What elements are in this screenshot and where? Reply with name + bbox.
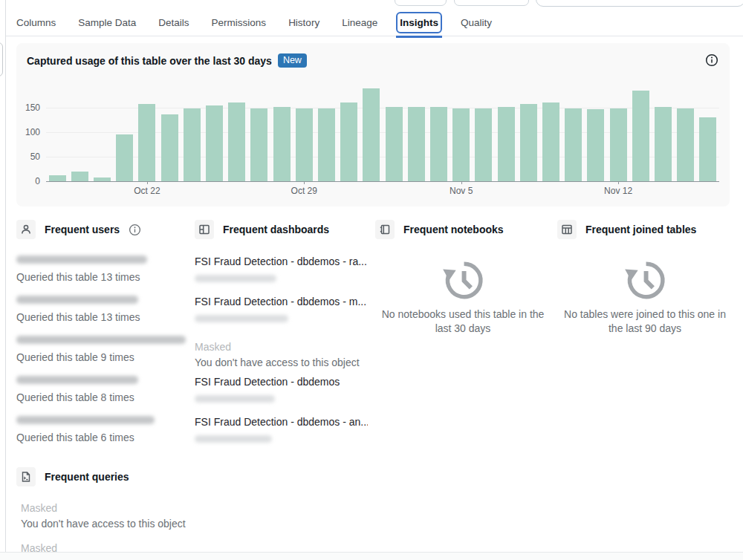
dashboard-icon: [195, 220, 214, 239]
usage-bar: [296, 108, 313, 181]
usage-bar: [408, 107, 425, 181]
user-query-count: Queried this table 13 times: [16, 271, 186, 283]
history-icon: [440, 257, 486, 303]
frequent-notebooks-title: Frequent notebooks: [403, 224, 504, 235]
tab-lineage[interactable]: Lineage: [340, 14, 379, 31]
masked-dashboard-subtitle: [195, 275, 276, 282]
dashboard-row: FSI Fraud Detection - dbdemos - m...: [195, 296, 368, 322]
frequent-notebooks-header: Frequent notebooks: [375, 220, 504, 239]
y-axis-tick-label: 0: [16, 176, 40, 186]
dashboard-row-masked: Masked You don't have access to this obj…: [195, 336, 368, 368]
usage-bar: [184, 108, 201, 181]
x-axis-tick-label: Oct 29: [291, 186, 317, 196]
dashboard-link[interactable]: FSI Fraud Detection - dbdemos - an...: [195, 416, 368, 428]
dashboard-link[interactable]: FSI Fraud Detection - dbdemos - m...: [195, 296, 368, 307]
masked-dashboard-subtitle: [195, 395, 275, 403]
insights-page: Columns Sample Data Details Permissions …: [0, 0, 743, 560]
frequent-dashboards-title: Frequent dashboards: [223, 224, 329, 235]
masked-label: Masked: [21, 502, 186, 514]
usage-bar: [430, 107, 447, 181]
masked-user-name: [16, 336, 186, 344]
masked-message: You don't have access to this object: [195, 356, 368, 368]
usage-bar: [161, 114, 178, 181]
info-icon[interactable]: [705, 53, 718, 67]
x-axis-tick-label: Nov 5: [450, 186, 473, 196]
frequent-user-row[interactable]: Queried this table 13 times: [16, 255, 186, 283]
dashboard-row: FSI Fraud Detection - dbdemos - an...: [195, 416, 368, 443]
usage-bar: [632, 91, 649, 181]
x-axis-tick: [147, 181, 148, 184]
frequent-user-row[interactable]: Queried this table 13 times: [16, 296, 186, 323]
tab-quality[interactable]: Quality: [459, 14, 493, 31]
query-row-masked: Masked You don't have access to this obj…: [21, 502, 186, 530]
usage-bar: [116, 134, 133, 181]
usage-bar: [71, 172, 88, 181]
notebooks-empty-message: No notebooks used this table in the last…: [374, 307, 552, 336]
usage-bar: [610, 108, 627, 181]
dashboard-link[interactable]: FSI Fraud Detection - dbdemos: [195, 376, 368, 388]
usage-bar: [273, 107, 291, 181]
masked-label: Masked: [195, 341, 368, 353]
usage-bar: [340, 102, 357, 181]
joined-tables-empty-message: No tables were joined to this one in the…: [556, 307, 734, 336]
users-info-icon[interactable]: [129, 224, 141, 236]
left-panel-partial-control[interactable]: [0, 42, 3, 76]
usage-bar: [49, 175, 66, 181]
x-axis-tick: [461, 181, 462, 184]
x-axis-tick-label: Nov 12: [604, 186, 632, 196]
usage-card: Captured usage of this table over the la…: [16, 43, 730, 206]
masked-user-name: [16, 255, 147, 264]
y-axis-tick-label: 100: [16, 127, 40, 137]
tab-columns[interactable]: Columns: [15, 14, 57, 31]
masked-message: You don't have access to this object: [21, 518, 186, 530]
tab-permissions[interactable]: Permissions: [210, 14, 268, 31]
usage-bar: [206, 105, 223, 181]
frequent-user-row[interactable]: Queried this table 6 times: [16, 416, 186, 443]
tab-insights[interactable]: Insights: [398, 14, 440, 31]
masked-user-name: [16, 296, 138, 304]
usage-bar: [363, 88, 380, 181]
x-axis-tick: [618, 181, 619, 184]
user-query-count: Queried this table 13 times: [16, 311, 186, 323]
usage-bar: [542, 102, 559, 181]
tab-details[interactable]: Details: [157, 14, 190, 31]
user-icon: [16, 220, 36, 239]
frequent-queries-header: Frequent queries: [16, 467, 129, 486]
toolbar-search-partial[interactable]: [536, 0, 743, 7]
x-axis-tick: [304, 181, 305, 184]
frequent-dashboards-header: Frequent dashboards: [195, 220, 329, 239]
usage-bar: [587, 109, 604, 181]
usage-bar: [475, 108, 492, 181]
usage-bar: [498, 107, 515, 181]
usage-bar: [250, 108, 267, 181]
usage-bar: [386, 107, 403, 181]
query-file-icon: [16, 467, 36, 486]
notebook-icon: [375, 220, 395, 239]
toolbar-button-partial-1[interactable]: [395, 0, 447, 6]
toolbar-button-partial-2[interactable]: [454, 0, 529, 6]
frequent-queries-title: Frequent queries: [45, 471, 129, 483]
user-query-count: Queried this table 8 times: [16, 391, 186, 403]
frequent-joined-tables-title: Frequent joined tables: [585, 224, 696, 235]
history-icon: [622, 257, 668, 303]
frequent-user-row[interactable]: Queried this table 9 times: [16, 336, 186, 363]
new-badge: New: [278, 53, 307, 68]
usage-bar: [520, 104, 537, 181]
masked-user-name: [16, 376, 138, 384]
user-query-count: Queried this table 6 times: [16, 432, 186, 443]
frequent-users-header: Frequent users: [16, 220, 141, 239]
usage-bar-chart: 050100150Oct 22Oct 29Nov 5Nov 12: [46, 85, 719, 181]
table-detail-tabbar: Columns Sample Data Details Permissions …: [6, 9, 743, 36]
tab-history[interactable]: History: [287, 14, 321, 31]
tab-sample-data[interactable]: Sample Data: [77, 14, 137, 31]
dashboard-link[interactable]: FSI Fraud Detection - dbdemos - ra...: [195, 255, 368, 267]
usage-bar: [655, 107, 672, 181]
bottom-scroll-strip[interactable]: [0, 552, 743, 560]
joined-tables-empty-state: No tables were joined to this one in the…: [556, 257, 734, 336]
frequent-user-row[interactable]: Queried this table 8 times: [16, 376, 186, 403]
y-axis-tick-label: 150: [16, 102, 40, 113]
frequent-users-title: Frequent users: [45, 224, 120, 235]
x-axis-tick-label: Oct 22: [134, 186, 160, 196]
y-axis-tick-label: 50: [16, 152, 40, 162]
notebooks-empty-state: No notebooks used this table in the last…: [374, 257, 552, 336]
